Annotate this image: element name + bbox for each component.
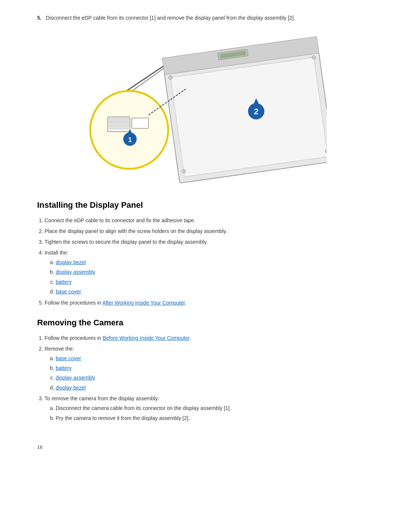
- removing-section: Removing the Camera Follow the procedure…: [37, 318, 364, 422]
- after-working-link[interactable]: After Working Inside Your Computer: [102, 300, 185, 306]
- removing-sub-list: base cover battery display assembly disp…: [56, 354, 364, 392]
- step5-number: 5.: [37, 15, 42, 21]
- battery-link-install[interactable]: battery: [56, 279, 72, 285]
- svg-rect-16: [108, 118, 129, 122]
- installing-steps-list: Connect the eDP cable to its connector a…: [45, 217, 364, 307]
- installing-sub-d: base cover: [56, 288, 364, 296]
- installing-step-4: Install the: display bezel display assem…: [45, 249, 364, 296]
- installing-sub-b: display assembly: [56, 268, 364, 276]
- svg-text:2: 2: [254, 107, 258, 116]
- display-bezel-link[interactable]: display bezel: [56, 259, 86, 265]
- svg-text:1: 1: [128, 136, 132, 144]
- installing-sub-a: display bezel: [56, 258, 364, 266]
- removing-sub-d: display bezel: [56, 384, 364, 392]
- removing-step-1: Follow the procedures in Before Working …: [45, 334, 364, 342]
- step5-intro: 5. Disconnect the eDP cable from its con…: [37, 15, 364, 21]
- installing-step-3: Tighten the screws to secure the display…: [45, 238, 364, 246]
- display-assembly-link-remove[interactable]: display assembly: [56, 375, 95, 381]
- installing-heading: Installing the Display Panel: [37, 200, 364, 210]
- installing-step-5: Follow the procedures in After Working I…: [45, 299, 364, 307]
- battery-link-remove[interactable]: battery: [56, 365, 72, 371]
- installing-step-1: Connect the eDP cable to its connector a…: [45, 217, 364, 224]
- removing-sub3-list: Disconnect the camera cable from its con…: [56, 404, 364, 422]
- svg-line-9: [119, 66, 166, 94]
- installing-sub-c: battery: [56, 278, 364, 286]
- svg-rect-1: [170, 58, 327, 177]
- removing-sub3-b: Pry the camera to remove it from the dis…: [56, 414, 364, 422]
- installing-step-2: Place the display panel to align with th…: [45, 227, 364, 235]
- removing-step-3: To remove the camera from the display as…: [45, 395, 364, 422]
- removing-heading: Removing the Camera: [37, 318, 364, 328]
- before-working-link[interactable]: Before Working Inside Your Computer: [102, 335, 189, 341]
- removing-sub-c: display assembly: [56, 374, 364, 382]
- installing-sub-list: display bezel display assembly battery b…: [56, 258, 364, 296]
- diagram-container: 2 1: [37, 30, 364, 185]
- removing-steps-list: Follow the procedures in Before Working …: [45, 334, 364, 422]
- base-cover-link-install[interactable]: base cover: [56, 289, 81, 295]
- diagram-image: 2 1: [74, 30, 327, 185]
- removing-sub-a: base cover: [56, 354, 364, 362]
- removing-step-2: Remove the: base cover battery display a…: [45, 345, 364, 392]
- page-number: 16: [37, 444, 364, 450]
- removing-sub-b: battery: [56, 364, 364, 372]
- display-assembly-link-install[interactable]: display assembly: [56, 269, 95, 275]
- step5-text: Disconnect the eDP cable from its connec…: [46, 15, 295, 21]
- installing-section: Installing the Display Panel Connect the…: [37, 200, 364, 307]
- svg-rect-22: [132, 118, 149, 128]
- removing-sub3-a: Disconnect the camera cable from its con…: [56, 404, 364, 412]
- display-bezel-link-remove[interactable]: display bezel: [56, 385, 86, 391]
- base-cover-link-remove[interactable]: base cover: [56, 355, 81, 361]
